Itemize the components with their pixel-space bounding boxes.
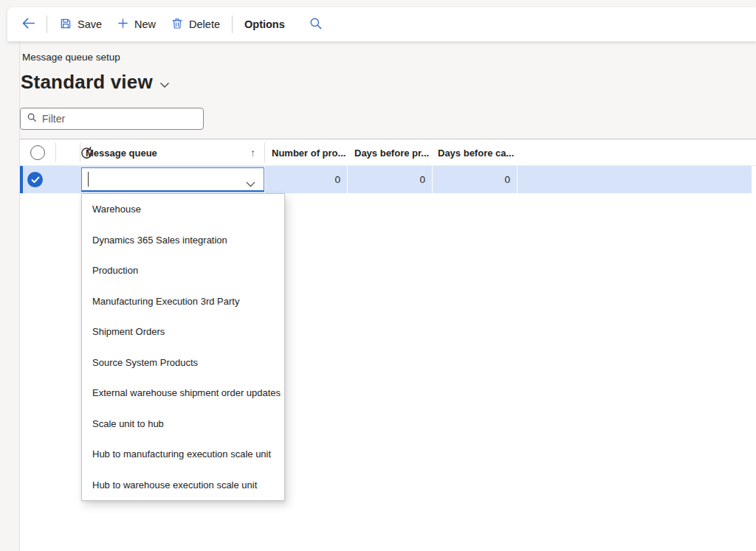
dropdown-option-hub-to-manufacturing-execution-scale-unit[interactable]: Hub to manufacturing execution scale uni…: [82, 439, 284, 470]
view-title: Standard view: [21, 71, 153, 94]
column-header-message-queue[interactable]: Message queue: [86, 139, 157, 166]
combobox-chevron-down-icon[interactable]: [246, 177, 255, 190]
options-menu-button[interactable]: Options: [237, 14, 292, 35]
cell-days-before-ca[interactable]: 0: [432, 166, 517, 193]
filter-input[interactable]: [42, 113, 197, 125]
back-arrow-icon: [21, 15, 36, 33]
dropdown-option-shipment-orders[interactable]: Shipment Orders: [82, 316, 284, 347]
new-button[interactable]: New: [109, 13, 163, 36]
column-divider: [80, 142, 80, 162]
cell-divider: [517, 166, 518, 193]
cell-number-of-pro[interactable]: 0: [264, 166, 347, 193]
text-caret: [88, 172, 89, 187]
view-selector-chevron-icon[interactable]: [159, 78, 170, 91]
delete-label: Delete: [189, 18, 220, 30]
new-label: New: [134, 18, 156, 30]
message-queue-combobox[interactable]: [81, 167, 264, 192]
trash-icon: [171, 17, 184, 32]
column-divider: [264, 142, 265, 162]
page-header: Message queue setup Standard view: [20, 41, 756, 139]
select-all-checkbox[interactable]: [30, 145, 45, 160]
dropdown-option-dynamics-365-sales-integration[interactable]: Dynamics 365 Sales integration: [82, 225, 284, 256]
save-button[interactable]: Save: [52, 13, 109, 37]
dropdown-option-warehouse[interactable]: Warehouse: [82, 194, 284, 225]
search-icon: [309, 16, 323, 32]
grid-filter[interactable]: [20, 108, 204, 130]
column-header-number-of-pro[interactable]: Number of pro...: [272, 139, 346, 166]
dropdown-option-scale-unit-to-hub[interactable]: Scale unit to hub: [82, 409, 284, 440]
toolbar-divider: [47, 15, 47, 33]
dropdown-option-source-system-products[interactable]: Source System Products: [82, 347, 284, 378]
plus-icon: [117, 17, 129, 32]
column-header-days-before-pr[interactable]: Days before pr...: [354, 139, 429, 166]
dropdown-option-production[interactable]: Production: [82, 255, 284, 286]
message-queue-dropdown: Warehouse Dynamics 365 Sales integration…: [81, 193, 285, 501]
dropdown-option-external-warehouse-shipment-order-updates[interactable]: External warehouse shipment order update…: [82, 378, 284, 409]
dropdown-option-hub-to-warehouse-execution-scale-unit[interactable]: Hub to warehouse execution scale unit: [82, 470, 284, 501]
delete-button[interactable]: Delete: [163, 13, 227, 37]
back-button[interactable]: [15, 11, 42, 38]
page-caption: Message queue setup: [22, 52, 120, 63]
selected-row-indicator: [20, 166, 23, 193]
cell-days-before-pr[interactable]: 0: [347, 166, 432, 193]
row-selected-checkmark-icon[interactable]: [27, 172, 43, 187]
save-label: Save: [78, 18, 102, 30]
sort-ascending-icon: ↑: [250, 139, 255, 166]
dropdown-option-manufacturing-execution-3rd-party[interactable]: Manufacturing Execution 3rd Party: [82, 286, 284, 317]
options-label: Options: [244, 18, 285, 30]
filter-search-icon: [27, 112, 37, 125]
column-header-days-before-ca[interactable]: Days before ca...: [438, 139, 514, 166]
save-icon: [59, 17, 72, 32]
toolbar-search-button[interactable]: [303, 12, 329, 37]
action-pane: Save New Delete Options: [7, 7, 756, 41]
toolbar-divider: [232, 15, 233, 33]
grid-header-row: Message queue ↑ Number of pro... Days be…: [20, 139, 756, 166]
column-divider: [55, 142, 56, 162]
